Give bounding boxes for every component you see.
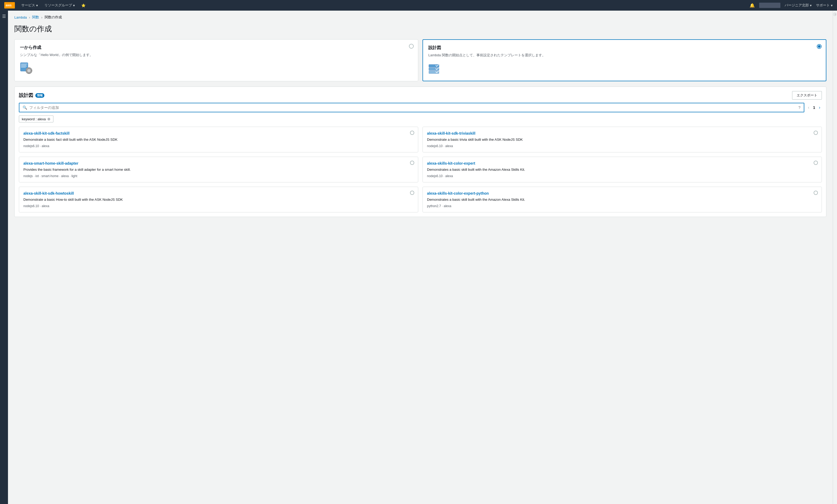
search-icon: 🔍 xyxy=(22,106,27,110)
search-help-icon[interactable]: ? xyxy=(799,106,801,110)
blueprint-section: 設計図 情報 エクスポート 🔍 ? ‹ 1 › xyxy=(14,87,826,217)
blueprint-card-factskill[interactable]: alexa-skill-kit-sdk-factskill Demonstrat… xyxy=(19,127,418,152)
factskill-tags: nodejs6.10 · alexa xyxy=(23,144,414,148)
triviaskill-radio[interactable] xyxy=(814,131,818,135)
blueprint-title: 設計図 xyxy=(428,45,821,51)
sidebar-toggle-icon[interactable]: ☰ xyxy=(2,14,6,19)
account-name-placeholder xyxy=(759,3,780,8)
left-sidebar-strip: ☰ xyxy=(0,11,8,504)
blueprint-card-howtoskill[interactable]: alexa-skill-kit-sdk-howtoskill Demonstra… xyxy=(19,187,418,212)
smarthome-desc: Provides the basic framework for a skill… xyxy=(23,168,414,171)
factskill-name[interactable]: alexa-skill-kit-sdk-factskill xyxy=(23,131,414,135)
svg-rect-3 xyxy=(21,65,26,65)
factskill-desc: Demonstrate a basic fact skill built wit… xyxy=(23,137,414,142)
blueprint-radio[interactable] xyxy=(817,44,822,49)
services-chevron-icon: ▾ xyxy=(36,3,38,7)
option-cards-grid: 一から作成 シンプルな「Hello World」の例で開始します。 xyxy=(14,39,826,81)
filter-tag-label: keyword : alexa xyxy=(22,117,46,121)
colorexpert-python-tags: python2.7 · alexa xyxy=(427,204,817,208)
main-layout: ☰ Lambda › 関数 › 関数の作成 関数の作成 一から作成 シンプルな「… xyxy=(0,11,837,504)
smarthome-name[interactable]: alexa-smart-home-skill-adapter xyxy=(23,161,414,165)
colorexpert-python-desc: Demonstrates a basic skill built with th… xyxy=(427,198,817,202)
favorites-icon[interactable]: ⭐ xyxy=(81,3,86,7)
breadcrumb-functions[interactable]: 関数 xyxy=(32,15,39,20)
breadcrumb-lambda[interactable]: Lambda xyxy=(14,15,27,19)
smarthome-radio[interactable] xyxy=(410,161,414,165)
prev-page-button[interactable]: ‹ xyxy=(806,104,811,111)
blueprint-grid: alexa-skill-kit-sdk-factskill Demonstrat… xyxy=(19,127,822,212)
from-scratch-title: 一から作成 xyxy=(20,45,413,51)
info-badge[interactable]: 情報 xyxy=(35,93,44,98)
colorexpert-desc: Demonstrates a basic skill built with th… xyxy=(427,168,817,171)
search-row: 🔍 ? ‹ 1 › xyxy=(19,103,822,112)
filter-tag-keyword: keyword : alexa ⊗ xyxy=(19,115,53,123)
search-input[interactable] xyxy=(29,106,796,110)
blueprint-card-colorexpert-python[interactable]: alexa-skills-kit-color-expert-python Dem… xyxy=(423,187,822,212)
aws-logo-box: aws xyxy=(4,2,15,8)
top-navigation: aws サービス ▾ リソースグループ ▾ ⭐ 🔔 バージニア北部 ▾ サポート… xyxy=(0,0,837,11)
blueprint-card-colorexpert[interactable]: alexa-skills-kit-color-expert Demonstrat… xyxy=(423,157,822,183)
svg-rect-5 xyxy=(21,67,26,68)
option-card-from-scratch[interactable]: 一から作成 シンプルな「Hello World」の例で開始します。 xyxy=(14,39,418,81)
page-title: 関数の作成 xyxy=(14,24,826,34)
pagination: ‹ 1 › xyxy=(806,104,822,111)
region-selector[interactable]: バージニア北部 ▾ xyxy=(785,3,812,8)
from-scratch-radio[interactable] xyxy=(409,44,414,49)
colorexpert-name[interactable]: alexa-skills-kit-color-expert xyxy=(427,161,817,165)
howtoskill-radio[interactable] xyxy=(410,191,414,195)
next-page-button[interactable]: › xyxy=(817,104,822,111)
breadcrumb-sep-1: › xyxy=(29,15,30,19)
blueprint-icon xyxy=(428,62,441,75)
colorexpert-tags: nodejs6.10 · alexa xyxy=(427,174,817,178)
blueprint-desc: Lambda 関数の開始点として、事前設定されたテンプレートを選択します。 xyxy=(428,53,821,58)
services-menu[interactable]: サービス ▾ xyxy=(21,3,38,8)
scroll-info-icon[interactable]: ℹ xyxy=(833,13,836,16)
blueprint-card-smarthome[interactable]: alexa-smart-home-skill-adapter Provides … xyxy=(19,157,418,183)
filter-tags: keyword : alexa ⊗ xyxy=(19,115,822,123)
triviaskill-desc: Demonstrate a basic trivia skill built w… xyxy=(427,137,817,142)
section-title-row: 設計図 情報 xyxy=(19,92,44,98)
from-scratch-desc: シンプルな「Hello World」の例で開始します。 xyxy=(20,53,413,57)
resource-groups-chevron-icon: ▾ xyxy=(73,3,75,7)
section-header: 設計図 情報 エクスポート xyxy=(19,91,822,99)
notifications-bell-icon[interactable]: 🔔 xyxy=(750,3,755,8)
breadcrumb-sep-2: › xyxy=(41,15,42,19)
svg-rect-4 xyxy=(21,66,27,67)
svg-text:aws: aws xyxy=(5,3,12,7)
svg-rect-2 xyxy=(21,64,28,64)
content-area: Lambda › 関数 › 関数の作成 関数の作成 一から作成 シンプルな「He… xyxy=(8,11,833,504)
colorexpert-radio[interactable] xyxy=(814,161,818,165)
breadcrumb-current: 関数の作成 xyxy=(44,15,62,20)
factskill-radio[interactable] xyxy=(410,131,414,135)
breadcrumb: Lambda › 関数 › 関数の作成 xyxy=(14,15,826,20)
aws-logo[interactable]: aws xyxy=(4,2,15,8)
nav-right-section: 🔔 バージニア北部 ▾ サポート ▾ xyxy=(750,3,833,8)
svg-point-7 xyxy=(28,69,31,72)
region-chevron-icon: ▾ xyxy=(810,3,812,7)
right-scrollbar: ℹ xyxy=(833,11,837,504)
triviaskill-tags: nodejs6.10 · alexa xyxy=(427,144,817,148)
colorexpert-python-radio[interactable] xyxy=(814,191,818,195)
search-box: 🔍 ? xyxy=(19,103,804,112)
from-scratch-icon xyxy=(20,62,33,74)
howtoskill-desc: Demonstrate a basic How-to skill built w… xyxy=(23,198,414,202)
filter-tag-close-icon[interactable]: ⊗ xyxy=(47,117,51,121)
triviaskill-name[interactable]: alexa-skill-kit-sdk-triviaskill xyxy=(427,131,817,135)
colorexpert-python-name[interactable]: alexa-skills-kit-color-expert-python xyxy=(427,191,817,195)
support-chevron-icon: ▾ xyxy=(831,3,833,7)
howtoskill-name[interactable]: alexa-skill-kit-sdk-howtoskill xyxy=(23,191,414,195)
resource-groups-menu[interactable]: リソースグループ ▾ xyxy=(44,3,75,8)
option-card-blueprint[interactable]: 設計図 Lambda 関数の開始点として、事前設定されたテンプレートを選択します… xyxy=(423,39,826,81)
page-number: 1 xyxy=(813,106,815,110)
smarthome-tags: nodejs · iot · smart-home · alexa · ligh… xyxy=(23,174,414,178)
support-menu[interactable]: サポート ▾ xyxy=(816,3,833,8)
howtoskill-tags: nodejs6.10 · alexa xyxy=(23,204,414,208)
section-title: 設計図 xyxy=(19,92,33,98)
export-button[interactable]: エクスポート xyxy=(792,91,822,99)
blueprint-card-triviaskill[interactable]: alexa-skill-kit-sdk-triviaskill Demonstr… xyxy=(423,127,822,152)
